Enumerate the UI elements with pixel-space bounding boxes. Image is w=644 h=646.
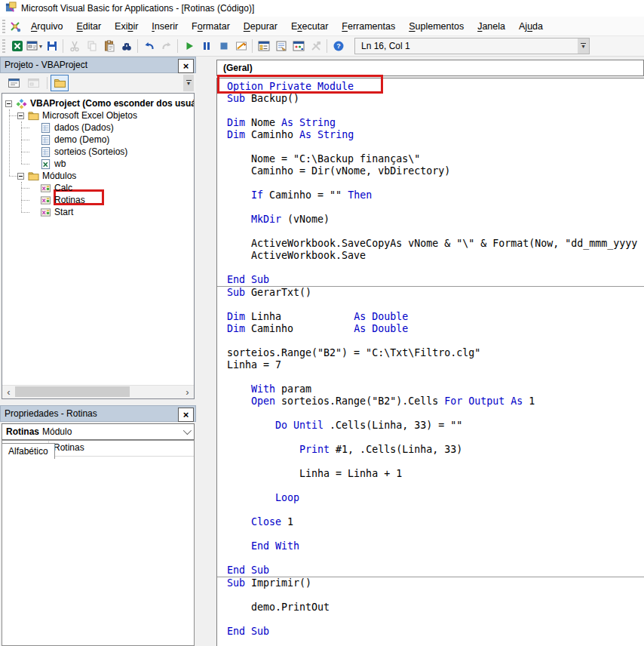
code-line[interactable] <box>227 177 644 189</box>
code-line[interactable]: Do Until .Cells(Linha, 33) = "" <box>227 420 644 432</box>
save-icon[interactable] <box>43 38 60 55</box>
tab-alfabetico[interactable]: Alfabético <box>2 443 55 459</box>
close-project-panel-button[interactable]: × <box>178 59 194 73</box>
tree-item-sorteios-sorteios[interactable]: sorteios (Sorteios) <box>2 146 194 158</box>
code-line[interactable] <box>227 528 644 540</box>
tree-item-demo-demo[interactable]: demo (Demo) <box>2 134 194 146</box>
code-line[interactable] <box>227 335 644 347</box>
code-line[interactable]: Open sorteios.Range("B2").Cells For Outp… <box>227 395 644 408</box>
toolbox-icon[interactable] <box>307 38 324 55</box>
code-line[interactable]: ActiveWorkbook.SaveCopyAs vNome & "\" & … <box>227 238 644 250</box>
property-value-cell[interactable]: Rotinas <box>49 441 194 456</box>
code-line[interactable] <box>227 262 644 274</box>
code-line[interactable]: Loop <box>227 492 644 504</box>
code-line[interactable] <box>227 299 644 311</box>
code-line[interactable] <box>227 226 644 238</box>
code-window-icon[interactable] <box>9 20 21 32</box>
code-line[interactable]: Caminho = Dir(vNome, vbDirectory) <box>227 165 644 177</box>
code-line[interactable]: Option Private Module <box>227 81 644 93</box>
code-line[interactable]: demo.PrintOut <box>227 601 644 614</box>
code-line[interactable]: Dim Caminho As String <box>227 129 644 141</box>
code-line[interactable] <box>227 201 644 214</box>
project-toolbar-options-button[interactable]: ▾ <box>183 75 194 91</box>
menu-ferramentas[interactable]: Ferramentas <box>335 17 402 36</box>
cut-icon[interactable] <box>66 38 83 55</box>
tree-item-dados-dados[interactable]: dados (Dados) <box>2 122 194 134</box>
scroll-left-arrow[interactable]: ‹ <box>2 386 15 398</box>
find-icon[interactable] <box>118 38 135 55</box>
code-line[interactable]: With param <box>227 383 644 395</box>
code-line[interactable]: sorteios.Range("B2") = "C:\Txt\Filtro.cl… <box>227 347 644 359</box>
code-line[interactable] <box>227 371 644 383</box>
help-icon[interactable]: ? <box>330 38 347 55</box>
design-mode-icon[interactable] <box>232 38 250 55</box>
menubar-grip[interactable] <box>2 20 5 33</box>
tree-item-rotinas[interactable]: Rotinas <box>2 194 194 206</box>
code-line[interactable]: Linha = 7 <box>227 359 644 371</box>
close-properties-panel-button[interactable]: × <box>178 408 194 422</box>
code-line[interactable] <box>227 105 644 117</box>
menu-inserir[interactable]: Inserir <box>145 17 185 36</box>
code-line[interactable] <box>227 480 644 492</box>
scroll-right-arrow[interactable]: › <box>181 386 194 398</box>
code-line[interactable]: Sub GerarTxt() <box>217 286 644 299</box>
menu-depurar[interactable]: Depurar <box>237 17 284 36</box>
collapse-expander-icon[interactable] <box>17 173 24 180</box>
collapse-expander-icon[interactable] <box>5 100 12 107</box>
tree-item-modulos[interactable]: Módulos <box>2 170 194 182</box>
code-line[interactable]: If Caminho = "" Then <box>227 189 644 201</box>
code-line[interactable]: End Sub <box>227 626 644 638</box>
tree-item-wb[interactable]: wb <box>2 158 194 170</box>
collapse-expander-icon[interactable] <box>17 112 24 119</box>
code-line[interactable]: Linha = Linha + 1 <box>227 468 644 480</box>
toggle-folders-icon[interactable] <box>51 75 69 91</box>
object-browser-icon[interactable] <box>290 38 307 55</box>
properties-object-dropdown[interactable]: Rotinas Módulo <box>2 423 195 440</box>
menu-janela[interactable]: Janela <box>471 17 512 36</box>
code-line[interactable] <box>227 552 644 564</box>
view-code-icon[interactable] <box>5 75 23 91</box>
code-line[interactable] <box>227 456 644 468</box>
toolbar-grip[interactable] <box>2 39 5 53</box>
menu-suplementos[interactable]: Suplementos <box>402 17 471 36</box>
scrollbar-thumb[interactable] <box>15 386 130 397</box>
menu-editar[interactable]: Editar <box>69 17 108 36</box>
view-microsoft-excel-icon[interactable] <box>8 38 26 55</box>
code-line[interactable]: Sub Backup() <box>227 93 644 105</box>
menu-arquivo[interactable]: Arquivo <box>24 17 69 36</box>
code-line[interactable]: Sub Imprimir() <box>217 577 644 589</box>
tree-item-vbaproject-como-esconder-dos-usua[interactable]: VBAProject (Como esconder dos usuá <box>2 97 194 109</box>
code-editor[interactable]: Option Private ModuleSub Backup() Dim No… <box>216 78 644 646</box>
code-line[interactable] <box>227 408 644 420</box>
view-object-icon[interactable] <box>24 75 42 91</box>
tree-item-calc[interactable]: Calc <box>2 182 194 194</box>
menu-formatar[interactable]: Formatar <box>185 17 237 36</box>
code-line[interactable]: Print #1, .Cells(Linha, 33) <box>227 444 644 456</box>
code-line[interactable]: MkDir (vNome) <box>227 214 644 226</box>
code-line[interactable] <box>227 432 644 444</box>
reset-icon[interactable] <box>215 38 232 55</box>
run-icon[interactable] <box>180 38 198 55</box>
code-line[interactable]: Nome = "C:\Backup finanças\" <box>227 153 644 165</box>
tree-item-microsoft-excel-objetos[interactable]: Microsoft Excel Objetos <box>2 109 194 122</box>
toolbar-options-button[interactable]: ▾ <box>578 38 589 54</box>
tree-item-start[interactable]: Start <box>2 206 194 218</box>
code-line[interactable]: Close 1 <box>227 516 644 528</box>
code-line[interactable] <box>227 614 644 626</box>
insert-userform-icon[interactable]: ▾ <box>26 38 43 55</box>
object-dropdown[interactable]: (Geral) <box>216 60 644 76</box>
undo-icon[interactable] <box>140 38 158 55</box>
code-line[interactable]: Dim Nome As String <box>227 117 644 129</box>
code-line[interactable]: End Sub <box>227 564 644 577</box>
menu-exibir[interactable]: Exibir <box>108 17 145 36</box>
redo-icon[interactable] <box>158 38 175 55</box>
code-line[interactable]: Dim Caminho As Double <box>227 323 644 335</box>
code-line[interactable]: Dim Linha As Double <box>227 311 644 323</box>
code-line[interactable] <box>227 504 644 516</box>
properties-window-icon[interactable] <box>272 38 290 55</box>
code-line[interactable]: ActiveWorkbook.Save <box>227 250 644 262</box>
tree-horizontal-scrollbar[interactable]: ‹ › <box>2 385 194 398</box>
code-line[interactable]: End Sub <box>227 274 644 286</box>
menu-executar[interactable]: Executar <box>284 17 335 36</box>
break-icon[interactable] <box>198 38 215 55</box>
